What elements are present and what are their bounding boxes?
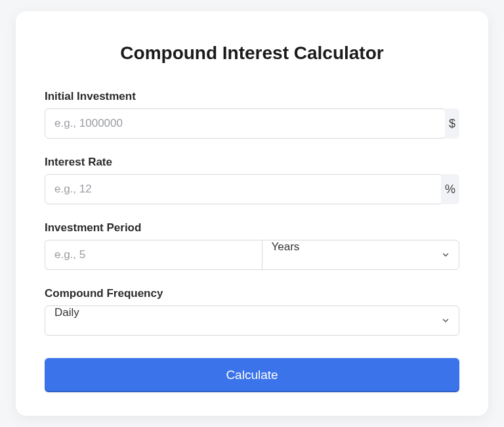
initial-investment-input-wrap: $	[45, 108, 459, 139]
compound-frequency-label: Compound Frequency	[45, 287, 459, 300]
interest-rate-input-wrap: %	[45, 174, 459, 204]
page-title: Compound Interest Calculator	[45, 43, 459, 64]
initial-investment-input[interactable]	[45, 108, 446, 139]
investment-period-input[interactable]	[45, 240, 262, 270]
field-interest-rate: Interest Rate %	[45, 156, 459, 204]
interest-rate-label: Interest Rate	[45, 156, 459, 169]
calculate-button[interactable]: Calculate	[45, 358, 459, 392]
field-investment-period: Investment Period Years	[45, 221, 459, 270]
investment-period-unit-select[interactable]: Years	[262, 240, 460, 270]
dollar-suffix: $	[445, 108, 459, 139]
percent-suffix: %	[441, 174, 459, 204]
interest-rate-input[interactable]	[45, 174, 442, 204]
compound-frequency-select[interactable]: Daily	[45, 305, 459, 336]
initial-investment-label: Initial Investment	[45, 90, 459, 103]
investment-period-row: Years	[45, 240, 459, 270]
investment-period-label: Investment Period	[45, 221, 459, 235]
compound-frequency-wrap: Daily	[45, 305, 459, 336]
field-compound-frequency: Compound Frequency Daily	[45, 287, 459, 336]
investment-period-unit-wrap: Years	[262, 240, 460, 270]
calculator-card: Compound Interest Calculator Initial Inv…	[16, 11, 488, 416]
field-initial-investment: Initial Investment $	[45, 90, 459, 139]
